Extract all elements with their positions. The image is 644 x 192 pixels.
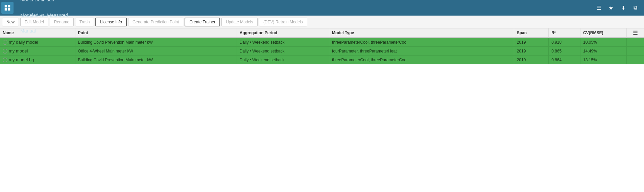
generate-prediction-point-button: Generate Prediction Point: [128, 18, 183, 26]
list-icon[interactable]: ☰: [594, 3, 603, 13]
column-header-model-type[interactable]: Model Type: [329, 28, 514, 38]
cell-model-type: threeParameterCool, threeParameterCool: [329, 38, 514, 47]
edit-model-button: Edit Model: [20, 18, 48, 26]
cell-span: 2019: [514, 56, 548, 64]
info-icon[interactable]: i: [3, 58, 7, 62]
cell-empty: [626, 47, 644, 56]
cell-cv-rmse: 10.05%: [580, 38, 627, 47]
cell-point: Office 4-Wheel Main meter kW: [75, 47, 237, 56]
license-info-button[interactable]: License Info: [95, 18, 127, 26]
cell-name: imy model hq: [0, 56, 75, 64]
column-settings-icon[interactable]: ☰: [627, 30, 644, 36]
column-header-cvrmse[interactable]: CV(RMSE): [580, 28, 627, 38]
info-icon[interactable]: i: [3, 49, 7, 54]
table-header: NamePointAggregation PeriodModel TypeSpa…: [0, 28, 644, 38]
column-header-span[interactable]: Span: [514, 28, 548, 38]
window-icon[interactable]: ⧉: [630, 3, 640, 13]
table-row[interactable]: imy model hqBuilding Covid Prevention Ma…: [0, 56, 644, 64]
cell-cv-rmse: 13.15%: [580, 56, 627, 64]
nav-tab-model-definition[interactable]: Model Definition: [15, 0, 74, 8]
download-icon[interactable]: ⬇: [618, 3, 628, 13]
cell-model-type: fourParameter, threeParameterHeat: [329, 47, 514, 56]
cell-model-type: threeParameterCool, threeParameterCool: [329, 56, 514, 64]
app-logo[interactable]: [1, 2, 14, 14]
cell-r2: 0.864: [549, 56, 580, 64]
cell-r2: 0.918: [549, 38, 580, 47]
-dev-retrain-models-button: (DEV) Retrain Models: [259, 18, 307, 26]
trash-button: Trash: [75, 18, 94, 26]
table-row[interactable]: imy daily modelBuilding Covid Prevention…: [0, 38, 644, 47]
column-header-point[interactable]: Point: [75, 28, 237, 38]
column-header-aggregation-period[interactable]: Aggregation Period: [237, 28, 329, 38]
table-container: NamePointAggregation PeriodModel TypeSpa…: [0, 28, 644, 192]
star-icon[interactable]: ★: [606, 3, 616, 13]
models-table: NamePointAggregation PeriodModel TypeSpa…: [0, 28, 644, 64]
create-trainer-button[interactable]: Create Trainer: [185, 18, 220, 26]
top-navigation: AdministrationModel DefinitionModeled vs…: [0, 0, 644, 16]
info-icon[interactable]: i: [3, 40, 7, 45]
cell-point: Building Covid Prevention Main meter kW: [75, 56, 237, 64]
toolbar: NewEdit ModelRenameTrashLicense InfoGene…: [0, 16, 644, 28]
cell-span: 2019: [514, 47, 548, 56]
table-row[interactable]: imy modelOffice 4-Wheel Main meter kWDai…: [0, 47, 644, 56]
new-button[interactable]: New: [2, 18, 19, 26]
column-header-name[interactable]: Name: [0, 28, 75, 38]
rename-button: Rename: [50, 18, 74, 26]
update-models-button: Update Models: [221, 18, 258, 26]
cell-name: imy model: [0, 47, 75, 56]
table-body: imy daily modelBuilding Covid Prevention…: [0, 38, 644, 64]
cell-empty: [626, 56, 644, 64]
column-header-r[interactable]: R²: [549, 28, 580, 38]
nav-action-icons: ☰ ★ ⬇ ⧉: [594, 3, 643, 13]
cell-empty: [626, 38, 644, 47]
cell-aggregation: Daily • Weekend setback: [237, 38, 329, 47]
column-settings-header[interactable]: ☰: [626, 28, 644, 38]
cell-aggregation: Daily • Weekend setback: [237, 47, 329, 56]
cell-span: 2019: [514, 38, 548, 47]
cell-aggregation: Daily • Weekend setback: [237, 56, 329, 64]
cell-r2: 0.865: [549, 47, 580, 56]
cell-point: Building Covid Prevention Main meter kW: [75, 38, 237, 47]
cell-cv-rmse: 14.49%: [580, 47, 627, 56]
